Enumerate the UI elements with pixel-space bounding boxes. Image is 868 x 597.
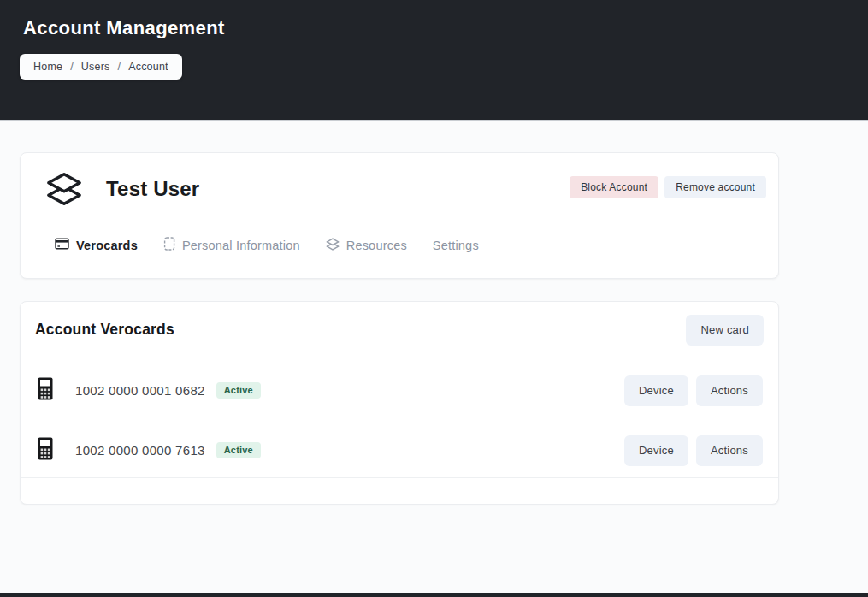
screen: Account Management Home / Users / Accoun… [0, 0, 868, 505]
breadcrumb: Home / Users / Account [20, 54, 182, 80]
page-title: Account Management [23, 17, 845, 39]
credit-card-icon [55, 238, 69, 252]
tab-settings[interactable]: Settings [433, 239, 479, 252]
status-badge: Active [216, 382, 261, 399]
tab-label: Personal Information [182, 239, 300, 252]
verocards-header: Account Verocards New card [21, 302, 778, 358]
tab-label: Resources [346, 239, 407, 252]
verocards-title: Account Verocards [35, 321, 174, 339]
device-button[interactable]: Device [624, 375, 688, 406]
breadcrumb-separator: / [118, 61, 121, 73]
status-badge: Active [216, 442, 261, 458]
footer-bar [0, 593, 868, 597]
layers-icon [326, 238, 340, 253]
device-button[interactable]: Device [624, 435, 688, 466]
card-number: 1002 0000 0001 0682 [75, 383, 205, 398]
verocards-footer-spacer [21, 477, 778, 504]
breadcrumb-account: Account [128, 61, 168, 73]
actions-button[interactable]: Actions [696, 435, 763, 466]
user-name: Test User [106, 177, 199, 201]
page-header: Account Management Home / Users / Accoun… [0, 0, 868, 121]
verocard-row: 1002 0000 0001 0682 Active Device Action… [21, 358, 778, 423]
breadcrumb-home[interactable]: Home [33, 61, 62, 73]
main-content: Test User Block Account Remove account [20, 152, 779, 505]
tab-verocards[interactable]: Verocards [55, 238, 138, 252]
card-terminal-icon [38, 437, 53, 464]
user-tabs: Verocards Personal Information [35, 237, 766, 253]
tab-personal-information[interactable]: Personal Information [163, 237, 300, 253]
card-number: 1002 0000 0000 7613 [75, 443, 205, 458]
account-verocards-card: Account Verocards New card 1002 [20, 301, 779, 505]
actions-button[interactable]: Actions [696, 375, 763, 406]
user-card-top: Test User Block Account Remove account [44, 172, 766, 206]
breadcrumb-users[interactable]: Users [81, 61, 110, 73]
file-icon [163, 237, 175, 253]
user-card: Test User Block Account Remove account [20, 152, 779, 279]
row-actions: Device Actions [624, 375, 763, 406]
row-actions: Device Actions [624, 435, 763, 466]
layers-icon [44, 172, 84, 206]
card-terminal-icon [38, 377, 53, 404]
tab-resources[interactable]: Resources [326, 238, 407, 253]
breadcrumb-separator: / [70, 61, 74, 73]
user-actions: Block Account Remove account [570, 176, 766, 198]
remove-account-button[interactable]: Remove account [664, 176, 766, 198]
tab-label: Settings [433, 239, 479, 252]
new-card-button[interactable]: New card [686, 315, 764, 346]
block-account-button[interactable]: Block Account [570, 176, 658, 198]
tab-label: Verocards [76, 239, 138, 252]
verocard-row: 1002 0000 0000 7613 Active Device Action… [21, 423, 778, 477]
